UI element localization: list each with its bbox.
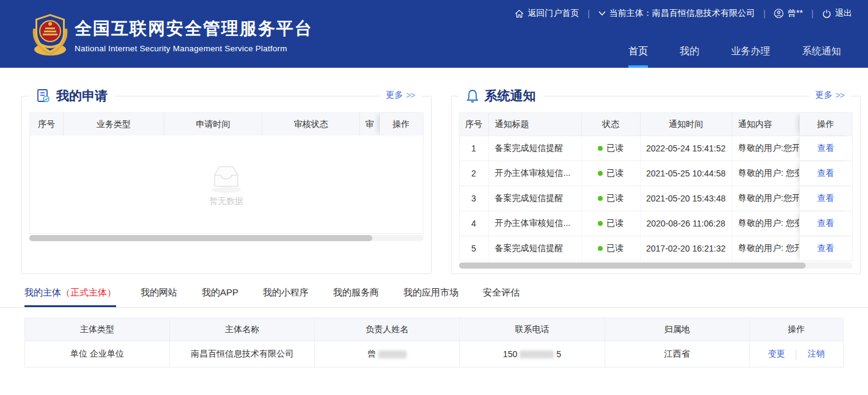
notifications-table-header: 序号 通知标题 状态 通知时间 通知内容 操作 <box>460 112 853 136</box>
status-dot-icon <box>598 246 603 251</box>
utility-divider: | <box>810 9 815 18</box>
view-link[interactable]: 查看 <box>817 243 834 254</box>
view-link[interactable]: 查看 <box>817 168 834 179</box>
applications-table-header: 序号 业务类型 申请时间 审核状态 审 操作 <box>30 112 423 136</box>
col-review-status: 审核状态 <box>262 113 360 136</box>
cell-seq: 1 <box>460 136 489 161</box>
entity-tabs: 我的主体（正式主体） 我的网站 我的APP 我的小程序 我的服务商 我的应用市场… <box>0 281 868 308</box>
utility-bar: 返回门户首页 | 当前主体：南昌百恒信息技术有限公司 | 曾** | 退出 <box>515 8 852 19</box>
entity-table-header: 主体类型 主体名称 负责人姓名 联系电话 归属地 操作 <box>25 318 843 341</box>
utility-divider: | <box>762 9 767 18</box>
my-applications-panel: 我的申请 更多>> 序号 业务类型 申请时间 审核状态 审 操作 暂无数据 <box>21 96 432 274</box>
notification-row: 4 开办主体审核短信... 已读 2020-08-26 11:06:28 尊敬的… <box>460 211 853 236</box>
cell-actions: 查看 <box>800 136 853 161</box>
applications-table: 序号 业务类型 申请时间 审核状态 审 操作 暂无数据 <box>29 112 424 234</box>
notifications-more-link[interactable]: 更多>> <box>809 90 850 101</box>
action-divider: │ <box>793 349 799 359</box>
col-actions: 操作 <box>800 113 853 136</box>
nav-notifications[interactable]: 系统通知 <box>802 45 841 68</box>
view-link[interactable]: 查看 <box>817 193 834 204</box>
nav-mine[interactable]: 我的 <box>680 45 699 68</box>
col-actions: 操作 <box>750 318 843 341</box>
status-dot-icon <box>598 221 603 226</box>
panels-row: 我的申请 更多>> 序号 业务类型 申请时间 审核状态 审 操作 暂无数据 <box>21 96 861 274</box>
applications-hscrollbar <box>29 235 424 241</box>
cell-actions: 查看 <box>800 161 853 186</box>
entity-table: 主体类型 主体名称 负责人姓名 联系电话 归属地 操作 单位 企业单位 南昌百恒… <box>24 317 844 368</box>
cell-entity-name: 南昌百恒信息技术有限公司 <box>170 341 315 368</box>
portal-home-link[interactable]: 返回门户首页 <box>515 8 579 19</box>
nav-business[interactable]: 业务办理 <box>731 45 770 68</box>
tab-my-providers[interactable]: 我的服务商 <box>333 287 379 307</box>
police-badge-logo <box>27 10 73 58</box>
system-notifications-panel: 系统通知 更多>> 序号 通知标题 状态 通知时间 通知内容 操作 1 备案完成… <box>451 96 861 274</box>
main-nav: 首页 我的 业务办理 系统通知 <box>628 45 841 68</box>
notifications-hscroll-thumb[interactable] <box>459 263 806 269</box>
col-phone: 联系电话 <box>460 318 605 341</box>
notification-row: 1 备案完成短信提醒 已读 2022-05-24 15:41:52 尊敬的用户:… <box>460 136 853 161</box>
nav-home[interactable]: 首页 <box>628 45 648 68</box>
view-link[interactable]: 查看 <box>817 218 834 229</box>
col-content: 通知内容 <box>732 113 800 136</box>
notification-row: 2 开办主体审核短信... 已读 2021-05-25 10:44:58 尊敬的… <box>460 161 853 186</box>
applications-hscroll-thumb[interactable] <box>29 235 372 241</box>
cell-actions: 查看 <box>800 236 853 261</box>
cell-content: 尊敬的用户:您开 <box>732 186 800 211</box>
applications-more-link[interactable]: 更多>> <box>380 90 421 101</box>
notifications-table: 序号 通知标题 状态 通知时间 通知内容 操作 1 备案完成短信提醒 已读 20… <box>459 112 853 261</box>
cancel-link[interactable]: 注销 <box>807 349 825 360</box>
double-chevron-icon: >> <box>406 90 414 100</box>
cell-seq: 2 <box>460 161 489 186</box>
col-person-name: 负责人姓名 <box>315 318 460 341</box>
bell-icon <box>466 89 479 103</box>
tab-suffix-formal-entity: （正式主体） <box>61 287 116 297</box>
cell-status: 已读 <box>582 211 641 236</box>
logout-button[interactable]: 退出 <box>822 8 852 19</box>
cell-status: 已读 <box>582 236 641 261</box>
tab-my-apps[interactable]: 我的APP <box>202 287 238 307</box>
cell-time: 2021-05-25 10:44:58 <box>641 161 732 186</box>
notification-row: 5 备案完成短信提醒 已读 2017-02-20 16:21:32 尊敬的用户:… <box>460 236 853 261</box>
cell-title: 开办主体审核短信... <box>489 161 582 186</box>
cell-person-name: 曾 <box>315 341 460 368</box>
cell-region: 江西省 <box>605 341 750 368</box>
police-badge-icon <box>27 10 73 58</box>
current-entity-dropdown[interactable]: 当前主体：南昌百恒信息技术有限公司 <box>598 8 755 19</box>
col-status: 状态 <box>582 113 641 136</box>
cell-time: 2022-05-24 15:41:52 <box>641 136 732 161</box>
notifications-hscrollbar <box>459 263 853 269</box>
app-header: 全国互联网安全管理服务平台 National Internet Security… <box>0 0 868 68</box>
cell-time: 2020-08-26 11:06:28 <box>641 211 732 236</box>
change-link[interactable]: 变更 <box>768 349 785 360</box>
col-seq: 序号 <box>30 113 64 136</box>
tab-my-miniprograms[interactable]: 我的小程序 <box>263 287 309 307</box>
masked-phone <box>520 350 554 358</box>
tab-my-entity[interactable]: 我的主体（正式主体） <box>24 287 116 307</box>
status-dot-icon <box>598 146 603 151</box>
col-title: 通知标题 <box>489 113 582 136</box>
cell-content: 尊敬的用户: 您开 <box>732 236 800 261</box>
utility-divider: | <box>586 9 591 18</box>
tab-my-appmarkets[interactable]: 我的应用市场 <box>403 287 458 307</box>
status-dot-icon <box>598 196 603 201</box>
brand-block: 全国互联网安全管理服务平台 National Internet Security… <box>75 17 313 53</box>
document-icon <box>37 89 50 103</box>
cell-status: 已读 <box>582 186 641 211</box>
cell-seq: 4 <box>460 211 489 236</box>
tab-security-assessment[interactable]: 安全评估 <box>483 287 520 307</box>
view-link[interactable]: 查看 <box>817 143 834 154</box>
applications-panel-title: 我的申请 <box>29 87 115 104</box>
cell-time: 2017-02-20 16:21:32 <box>641 236 732 261</box>
tab-my-websites[interactable]: 我的网站 <box>141 287 177 307</box>
user-account-link[interactable]: 曾** <box>774 8 803 19</box>
power-icon <box>822 9 831 18</box>
platform-title: 全国互联网安全管理服务平台 <box>75 17 313 40</box>
col-time: 通知时间 <box>641 113 732 136</box>
chevron-down-icon <box>598 11 606 16</box>
col-apply-time: 申请时间 <box>164 113 262 136</box>
cell-entity-type: 单位 企业单位 <box>25 341 170 368</box>
cell-phone: 1505 <box>460 341 605 368</box>
col-entity-name: 主体名称 <box>170 318 315 341</box>
cell-seq: 5 <box>460 236 489 261</box>
notification-row: 3 备案完成短信提醒 已读 2021-05-20 15:43:48 尊敬的用户:… <box>460 186 853 211</box>
